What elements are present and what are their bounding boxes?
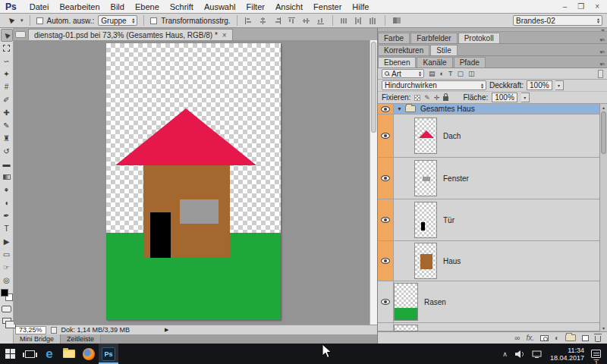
filter-on-off-toggle[interactable] (598, 70, 603, 78)
explorer-taskbar-button[interactable] (59, 344, 79, 364)
layer-thumbnail[interactable] (394, 283, 418, 321)
status-options-arrow-icon[interactable]: ▶ (165, 327, 168, 333)
auto-align-layers-icon[interactable] (392, 16, 402, 26)
path-selection-tool[interactable]: ▶ (1, 235, 13, 248)
distribute-right-icon[interactable] (368, 16, 379, 26)
layer-thumbnail[interactable] (394, 325, 418, 331)
brush-tool[interactable]: ✎ (1, 119, 13, 132)
tab-kanaele[interactable]: Kanäle (417, 57, 452, 67)
layer-row-fenster[interactable]: Fenster (378, 158, 607, 199)
minimize-button[interactable]: – (563, 2, 568, 11)
menu-ebene[interactable]: Ebene (130, 2, 165, 11)
menu-ansicht[interactable]: Ansicht (270, 2, 308, 11)
lock-pixels-icon[interactable]: ✎ (424, 94, 430, 102)
tab-farbfelder[interactable]: Farbfelder (410, 33, 458, 43)
tab-korrekturen[interactable]: Korrekturen (378, 45, 429, 55)
menu-datei[interactable]: Datei (24, 2, 55, 11)
photoshop-taskbar-button[interactable]: Ps (99, 344, 118, 364)
history-brush-tool[interactable]: ↺ (1, 145, 13, 158)
document-canvas-area[interactable] (14, 40, 377, 325)
lock-transparency-icon[interactable] (414, 95, 420, 101)
dodge-tool[interactable]: ◖ (1, 196, 13, 209)
start-button[interactable] (0, 344, 20, 364)
lock-all-icon[interactable] (443, 96, 448, 101)
volume-icon[interactable] (514, 350, 525, 359)
pen-tool[interactable]: ✒ (1, 209, 13, 222)
filter-type-layers-icon[interactable]: T (448, 70, 453, 77)
shape-tool[interactable]: ▭ (1, 248, 13, 261)
gradient-tool[interactable] (1, 171, 13, 184)
hand-tool[interactable]: ☞ (1, 261, 13, 274)
visibility-toggle[interactable] (378, 281, 394, 322)
marquee-tool[interactable] (1, 42, 13, 55)
eyedropper-tool[interactable]: ✐ (1, 93, 13, 106)
crop-tool[interactable]: # (1, 80, 13, 93)
tab-protokoll[interactable]: Protokoll (458, 33, 500, 43)
auto-select-checkbox[interactable] (36, 17, 43, 24)
clone-stamp-tool[interactable]: ♜ (1, 132, 13, 145)
layer-thumbnail[interactable] (414, 160, 437, 196)
eraser-tool[interactable]: ▬ (1, 158, 13, 171)
tab-zeitleiste[interactable]: Zeitleiste (61, 334, 101, 344)
firefox-taskbar-button[interactable] (79, 344, 99, 364)
fill-value-field[interactable]: 100% (492, 93, 517, 102)
tab-pfade[interactable]: Pfade (454, 57, 486, 67)
quick-mask-button[interactable] (2, 306, 11, 312)
layer-thumbnail[interactable] (414, 243, 437, 279)
visibility-toggle[interactable] (378, 104, 394, 114)
workspace-dropdown[interactable]: Brandes-02 ▴▾ (513, 15, 602, 26)
layer-group-row[interactable]: ▼ Gesamtes Haus (378, 104, 607, 115)
panel-menu-icon[interactable]: ▾≡ (599, 37, 607, 43)
auto-select-mode-dropdown[interactable]: Gruppe ▴▾ (98, 15, 137, 26)
action-center-icon[interactable]: 1 (591, 350, 601, 358)
menu-filter[interactable]: Filter (241, 2, 270, 11)
zoom-tool[interactable]: ◎ (1, 274, 13, 287)
menu-bearbeiten[interactable]: Bearbeiten (54, 2, 105, 11)
document-tab[interactable]: dienstag-01.psd bei 73,3% (Gesamtes Haus… (28, 29, 233, 40)
collapse-tools-button[interactable] (15, 31, 26, 38)
new-group-icon[interactable] (565, 334, 576, 341)
filter-adjustment-layers-icon[interactable]: ◐ (440, 70, 444, 77)
menu-bild[interactable]: Bild (105, 2, 130, 11)
panel-menu-icon[interactable]: ▾≡ (599, 49, 607, 55)
foreground-color-swatch[interactable] (1, 289, 8, 297)
fill-caret-icon[interactable]: ▾ (521, 93, 530, 102)
move-tool[interactable]: ▶ (1, 29, 13, 42)
align-bottom-edges-icon[interactable] (316, 16, 326, 26)
panel-menu-icon[interactable]: ▾≡ (599, 61, 607, 67)
tab-mini-bridge[interactable]: Mini Bridge (14, 334, 61, 344)
edge-taskbar-button[interactable]: e (39, 344, 59, 364)
quick-selection-tool[interactable]: ✦ (1, 67, 13, 80)
tool-preset-caret-icon[interactable]: ▾ (20, 17, 24, 24)
type-tool[interactable]: T (1, 222, 13, 235)
restore-button[interactable]: ❐ (577, 2, 584, 11)
lasso-tool[interactable]: ∽ (1, 55, 13, 67)
lock-position-icon[interactable]: ✛ (434, 94, 440, 102)
layer-thumbnail[interactable] (414, 118, 437, 154)
visibility-toggle[interactable] (378, 158, 394, 199)
filter-pixel-layers-icon[interactable]: ▤ (429, 70, 436, 77)
transform-controls-checkbox[interactable] (150, 17, 157, 24)
layer-row-tuer[interactable]: Tür (378, 199, 607, 241)
tray-expand-icon[interactable]: ∧ (502, 350, 508, 358)
link-layers-icon[interactable]: ∞ (514, 334, 520, 342)
filter-smart-objects-icon[interactable]: ◫ (468, 70, 475, 77)
visibility-toggle[interactable] (378, 115, 394, 157)
layer-filter-dropdown[interactable]: Art ▴▾ (382, 69, 424, 78)
scroll-up-icon[interactable]: ▴ (600, 105, 607, 110)
distribute-center-icon[interactable] (354, 16, 364, 26)
visibility-toggle[interactable] (378, 241, 394, 281)
tab-ebenen[interactable]: Ebenen (378, 57, 416, 67)
network-icon[interactable] (532, 350, 543, 359)
align-left-edges-icon[interactable] (244, 16, 254, 26)
close-button[interactable]: × (595, 2, 599, 11)
menu-auswahl[interactable]: Auswahl (199, 2, 241, 11)
visibility-toggle[interactable] (378, 199, 394, 240)
tab-close-icon[interactable]: × (222, 31, 227, 39)
blur-tool[interactable]: ♠ (1, 184, 13, 196)
task-view-button[interactable] (20, 344, 39, 364)
layer-row-haus[interactable]: Haus (378, 241, 607, 281)
menu-schrift[interactable]: Schrift (165, 2, 199, 11)
new-layer-icon[interactable] (582, 335, 589, 341)
align-right-edges-icon[interactable] (272, 16, 283, 26)
